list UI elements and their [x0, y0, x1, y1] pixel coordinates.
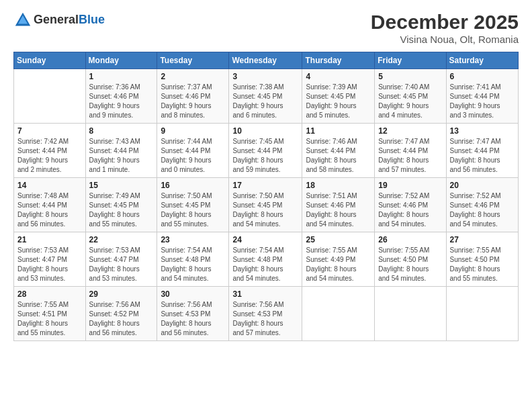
table-row: 12Sunrise: 7:47 AMSunset: 4:44 PMDayligh… — [375, 124, 446, 178]
table-row: 25Sunrise: 7:55 AMSunset: 4:49 PMDayligh… — [302, 232, 375, 287]
day-number: 9 — [161, 126, 225, 136]
day-info: Sunrise: 7:47 AMSunset: 4:44 PMDaylight:… — [450, 137, 515, 175]
logo-general: General — [34, 13, 79, 26]
table-row: 30Sunrise: 7:56 AMSunset: 4:53 PMDayligh… — [157, 287, 229, 341]
table-row: 3Sunrise: 7:38 AMSunset: 4:45 PMDaylight… — [229, 69, 302, 124]
day-number: 18 — [306, 181, 371, 190]
day-info: Sunrise: 7:39 AMSunset: 4:45 PMDaylight:… — [306, 83, 371, 120]
day-info: Sunrise: 7:56 AMSunset: 4:52 PMDaylight:… — [89, 300, 154, 338]
logo-text: GeneralBlue — [34, 13, 105, 27]
table-row: 2Sunrise: 7:37 AMSunset: 4:46 PMDaylight… — [157, 69, 229, 124]
day-number: 20 — [450, 181, 515, 190]
day-number: 24 — [232, 235, 298, 244]
table-row: 13Sunrise: 7:47 AMSunset: 4:44 PMDayligh… — [446, 124, 518, 178]
day-number: 29 — [89, 289, 154, 299]
table-row: 27Sunrise: 7:55 AMSunset: 4:50 PMDayligh… — [446, 232, 518, 287]
calendar-header-row: Sunday Monday Tuesday Wednesday Thursday… — [14, 52, 519, 69]
calendar: Sunday Monday Tuesday Wednesday Thursday… — [13, 52, 519, 341]
table-row — [446, 287, 518, 341]
day-number: 8 — [89, 126, 154, 136]
day-info: Sunrise: 7:56 AMSunset: 4:53 PMDaylight:… — [161, 300, 225, 338]
week-row-3: 14Sunrise: 7:48 AMSunset: 4:44 PMDayligh… — [14, 178, 519, 232]
header-wednesday: Wednesday — [229, 52, 302, 69]
day-info: Sunrise: 7:38 AMSunset: 4:45 PMDaylight:… — [232, 83, 298, 120]
day-number: 16 — [161, 181, 225, 190]
day-number: 19 — [378, 181, 442, 190]
day-info: Sunrise: 7:37 AMSunset: 4:46 PMDaylight:… — [161, 83, 225, 120]
day-number: 3 — [232, 72, 298, 81]
table-row — [14, 69, 86, 124]
week-row-4: 21Sunrise: 7:53 AMSunset: 4:47 PMDayligh… — [14, 232, 519, 287]
day-info: Sunrise: 7:52 AMSunset: 4:46 PMDaylight:… — [378, 191, 442, 229]
day-number: 10 — [232, 126, 298, 136]
day-info: Sunrise: 7:44 AMSunset: 4:44 PMDaylight:… — [161, 137, 225, 175]
header-thursday: Thursday — [302, 52, 375, 69]
day-number: 12 — [378, 126, 442, 136]
day-number: 4 — [306, 72, 371, 81]
table-row: 17Sunrise: 7:50 AMSunset: 4:45 PMDayligh… — [229, 178, 302, 232]
day-number: 28 — [17, 289, 82, 299]
table-row: 31Sunrise: 7:56 AMSunset: 4:53 PMDayligh… — [229, 287, 302, 341]
table-row — [302, 287, 375, 341]
month-title: December 2025 — [371, 11, 519, 34]
day-number: 26 — [378, 235, 442, 244]
day-number: 25 — [306, 235, 371, 244]
logo-blue: Blue — [79, 13, 105, 26]
header: GeneralBlue December 2025 Visina Noua, O… — [13, 11, 519, 45]
day-info: Sunrise: 7:40 AMSunset: 4:45 PMDaylight:… — [378, 83, 442, 120]
table-row: 24Sunrise: 7:54 AMSunset: 4:48 PMDayligh… — [229, 232, 302, 287]
day-number: 23 — [161, 235, 225, 244]
day-info: Sunrise: 7:36 AMSunset: 4:46 PMDaylight:… — [89, 83, 154, 120]
table-row: 10Sunrise: 7:45 AMSunset: 4:44 PMDayligh… — [229, 124, 302, 178]
day-number: 13 — [450, 126, 515, 136]
header-saturday: Saturday — [446, 52, 518, 69]
table-row: 1Sunrise: 7:36 AMSunset: 4:46 PMDaylight… — [85, 69, 157, 124]
day-info: Sunrise: 7:54 AMSunset: 4:48 PMDaylight:… — [161, 246, 225, 283]
logo: GeneralBlue — [13, 11, 105, 30]
table-row: 5Sunrise: 7:40 AMSunset: 4:45 PMDaylight… — [375, 69, 446, 124]
day-info: Sunrise: 7:55 AMSunset: 4:50 PMDaylight:… — [378, 246, 442, 283]
day-number: 11 — [306, 126, 371, 136]
table-row: 16Sunrise: 7:50 AMSunset: 4:45 PMDayligh… — [157, 178, 229, 232]
day-info: Sunrise: 7:55 AMSunset: 4:50 PMDaylight:… — [450, 246, 515, 283]
location: Visina Noua, Olt, Romania — [371, 34, 519, 45]
table-row: 7Sunrise: 7:42 AMSunset: 4:44 PMDaylight… — [14, 124, 86, 178]
day-info: Sunrise: 7:50 AMSunset: 4:45 PMDaylight:… — [232, 191, 298, 229]
week-row-5: 28Sunrise: 7:55 AMSunset: 4:51 PMDayligh… — [14, 287, 519, 341]
table-row: 20Sunrise: 7:52 AMSunset: 4:46 PMDayligh… — [446, 178, 518, 232]
table-row: 14Sunrise: 7:48 AMSunset: 4:44 PMDayligh… — [14, 178, 86, 232]
day-number: 30 — [161, 289, 225, 299]
day-number: 21 — [17, 235, 82, 244]
page: GeneralBlue December 2025 Visina Noua, O… — [0, 0, 532, 411]
title-block: December 2025 Visina Noua, Olt, Romania — [371, 11, 519, 45]
table-row: 4Sunrise: 7:39 AMSunset: 4:45 PMDaylight… — [302, 69, 375, 124]
day-info: Sunrise: 7:56 AMSunset: 4:53 PMDaylight:… — [232, 300, 298, 338]
day-number: 22 — [89, 235, 154, 244]
header-monday: Monday — [85, 52, 157, 69]
day-info: Sunrise: 7:55 AMSunset: 4:51 PMDaylight:… — [17, 300, 82, 338]
day-info: Sunrise: 7:50 AMSunset: 4:45 PMDaylight:… — [161, 191, 225, 229]
day-info: Sunrise: 7:41 AMSunset: 4:44 PMDaylight:… — [450, 83, 515, 120]
table-row: 28Sunrise: 7:55 AMSunset: 4:51 PMDayligh… — [14, 287, 86, 341]
day-info: Sunrise: 7:55 AMSunset: 4:49 PMDaylight:… — [306, 246, 371, 283]
table-row: 19Sunrise: 7:52 AMSunset: 4:46 PMDayligh… — [375, 178, 446, 232]
table-row: 29Sunrise: 7:56 AMSunset: 4:52 PMDayligh… — [85, 287, 157, 341]
week-row-1: 1Sunrise: 7:36 AMSunset: 4:46 PMDaylight… — [14, 69, 519, 124]
day-info: Sunrise: 7:52 AMSunset: 4:46 PMDaylight:… — [450, 191, 515, 229]
header-tuesday: Tuesday — [157, 52, 229, 69]
day-info: Sunrise: 7:45 AMSunset: 4:44 PMDaylight:… — [232, 137, 298, 175]
table-row: 15Sunrise: 7:49 AMSunset: 4:45 PMDayligh… — [85, 178, 157, 232]
day-number: 1 — [89, 72, 154, 81]
day-number: 7 — [17, 126, 82, 136]
day-info: Sunrise: 7:46 AMSunset: 4:44 PMDaylight:… — [306, 137, 371, 175]
table-row: 11Sunrise: 7:46 AMSunset: 4:44 PMDayligh… — [302, 124, 375, 178]
day-number: 31 — [232, 289, 298, 299]
day-number: 17 — [232, 181, 298, 190]
day-info: Sunrise: 7:42 AMSunset: 4:44 PMDaylight:… — [17, 137, 82, 175]
week-row-2: 7Sunrise: 7:42 AMSunset: 4:44 PMDaylight… — [14, 124, 519, 178]
day-number: 5 — [378, 72, 442, 81]
day-info: Sunrise: 7:53 AMSunset: 4:47 PMDaylight:… — [17, 246, 82, 283]
day-number: 27 — [450, 235, 515, 244]
table-row: 18Sunrise: 7:51 AMSunset: 4:46 PMDayligh… — [302, 178, 375, 232]
header-friday: Friday — [375, 52, 446, 69]
